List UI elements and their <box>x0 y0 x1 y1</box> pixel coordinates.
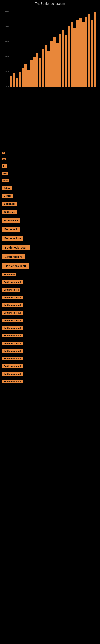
chart-bar <box>27 70 30 87</box>
bottleneck-result-label: Bottleneck result <box>2 245 30 250</box>
bottleneck-result-label: Bottleneck result <box>2 349 23 353</box>
list-item: Bo <box>2 164 98 168</box>
bottleneck-result-label: Bottleneck resu <box>2 264 29 269</box>
list-item: Bottlenec <box>2 210 98 214</box>
chart-bar <box>68 26 70 87</box>
chart-bar <box>85 17 87 87</box>
bottleneck-result-label: Bottleneck result <box>2 364 23 368</box>
bottleneck-result-label: Bottleneck result <box>2 280 23 284</box>
bottleneck-result-label: Bottleneck result <box>2 311 23 314</box>
list-item: Bottleneck result <box>2 357 98 360</box>
bottleneck-result-label: Bottleneck <box>2 227 20 232</box>
bottleneck-result-label: Bottleneck result <box>2 380 23 384</box>
chart-bar <box>79 18 82 87</box>
chart-bar <box>88 14 90 87</box>
list-item: Bottleneck result <box>2 245 98 250</box>
chart-bar <box>56 43 59 87</box>
results-section: BBoBoBottBottlBottlenBottlenBottleneckBo… <box>0 148 100 390</box>
chart-bar <box>48 50 50 87</box>
y-axis-label: 20% <box>5 70 9 72</box>
chart-x-axis <box>10 87 96 93</box>
chart-bar <box>91 20 93 87</box>
bottleneck-result-label: Bottleneck result <box>2 357 23 360</box>
bottleneck-result-label: Bottleneck <box>2 273 16 276</box>
list-item: Bottleneck result <box>2 349 98 353</box>
chart-bar <box>45 45 47 87</box>
chart-y-axis: 100%80%60%40%20%0% <box>2 11 10 87</box>
list-item: Bottleneck result <box>2 311 98 314</box>
chart-bar <box>33 56 35 87</box>
bottleneck-result-label: Bottleneck result <box>2 318 23 322</box>
chart-bar <box>19 72 21 87</box>
list-item: Bottleneck result <box>2 303 98 307</box>
bottleneck-result-label: Bo <box>2 158 6 160</box>
chart-bar <box>42 49 44 87</box>
bottleneck-result-label: Bottleneck result <box>2 303 23 307</box>
chart-bars-container <box>10 11 96 87</box>
list-item: Bottleneck result <box>2 372 98 376</box>
chart-bar <box>82 22 84 87</box>
bottleneck-result-label: Bottleneck res <box>2 288 20 292</box>
bottleneck-result-label: Bottlen <box>2 186 12 190</box>
list-item: Bottleneck result <box>2 280 98 284</box>
chart-bar <box>50 41 53 87</box>
list-item: Bottleneck res <box>2 288 98 292</box>
bottleneck-result-label: Bottleneck result <box>2 334 23 338</box>
y-axis-label: 100% <box>4 11 9 13</box>
list-item: Bottleneck <box>2 227 98 232</box>
list-item: Bottleneck result <box>2 318 98 322</box>
bottleneck-result-label: Bo <box>2 164 7 168</box>
chart-bar <box>76 20 79 87</box>
list-item: Bott <box>2 172 98 175</box>
vertical-indicator-2 <box>1 142 2 146</box>
bottleneck-result-label: Bottleneck result <box>2 372 23 376</box>
chart-bar <box>24 64 27 87</box>
bottleneck-result-label: Bottleneck result <box>2 342 23 345</box>
list-item: Bottleneck resu <box>2 264 98 269</box>
list-item: Bottleneck result <box>2 380 98 384</box>
chart-bar <box>13 74 15 87</box>
bottleneck-result-label: Bottleneck re <box>2 236 23 241</box>
chart-bar <box>59 34 61 87</box>
chart-bar <box>94 12 96 87</box>
bottleneck-result-label: Bottleneck r <box>2 218 20 223</box>
bottleneck-result-label: Bottleneck re <box>2 254 25 260</box>
list-item: Bottleneck r <box>2 218 98 223</box>
chart-bar <box>71 22 73 87</box>
bottleneck-result-label: Bottleneck <box>2 202 17 206</box>
chart-bar <box>62 30 64 87</box>
list-item: B <box>2 152 98 154</box>
y-axis-label: 80% <box>5 26 9 28</box>
bottleneck-result-label: B <box>2 152 4 154</box>
y-axis-label: 40% <box>5 55 9 57</box>
list-item: Bottlen <box>2 186 98 190</box>
bottleneck-result-label: Bottlenec <box>2 210 17 214</box>
chart-bar <box>10 76 12 87</box>
bottleneck-result-label: Bottl <box>2 179 9 182</box>
bottleneck-result-label: Bottleneck result <box>2 296 23 299</box>
list-item: Bottleneck re <box>2 254 98 260</box>
site-title: TheBottlenecker.com <box>0 0 100 7</box>
bottleneck-result-label: Bottlen <box>2 194 13 198</box>
y-axis-label: 60% <box>5 40 9 42</box>
list-item: Bottlen <box>2 194 98 198</box>
chart-bar <box>39 58 41 87</box>
chart-container: 100%80%60%40%20%0% <box>2 9 98 93</box>
chart-bar <box>30 60 33 87</box>
chart-bar <box>22 68 24 87</box>
bottleneck-result-label: Bott <box>2 172 8 175</box>
list-item: Bottl <box>2 179 98 182</box>
list-item: Bottleneck result <box>2 296 98 299</box>
list-item: Bottleneck result <box>2 364 98 368</box>
list-item: Bottleneck <box>2 273 98 276</box>
list-item: Bottleneck result <box>2 334 98 338</box>
chart-bar <box>53 38 56 87</box>
bottleneck-result-label: Bottleneck result <box>2 326 23 330</box>
chart-bar <box>16 78 18 87</box>
list-item: Bottleneck re <box>2 236 98 241</box>
vertical-indicator-1 <box>1 126 2 132</box>
list-item: Bottleneck <box>2 202 98 206</box>
list-item: Bottleneck result <box>2 342 98 345</box>
chart-bar <box>73 28 76 87</box>
chart-bar <box>36 53 38 87</box>
